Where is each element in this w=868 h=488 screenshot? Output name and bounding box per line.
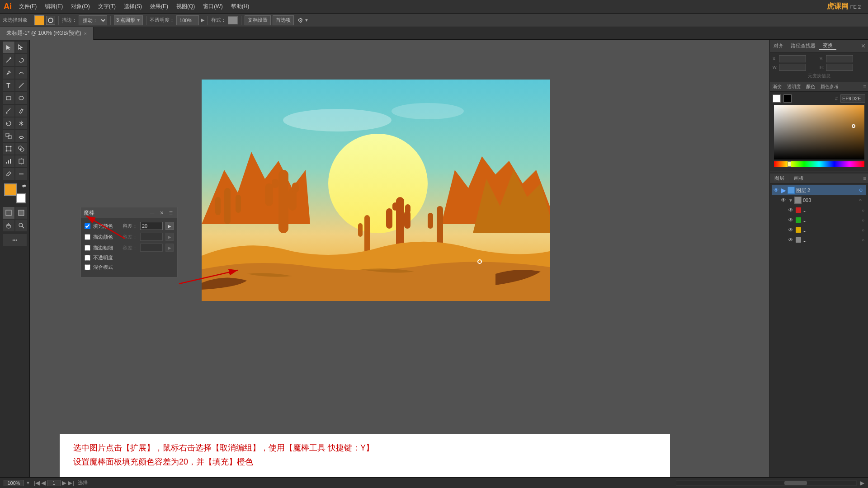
layer-gray-eye[interactable]: 👁 [788,237,794,243]
document-tab[interactable]: 未标题-1* @ 100% (RGB/预览) × [0,27,94,40]
zoom-tool[interactable] [15,220,27,231]
stroke-width-tolerance-up[interactable]: ▶ [165,244,174,252]
eyedropper-tool[interactable] [3,168,14,180]
layers-tab[interactable]: 图层 [770,174,789,183]
lasso-tool[interactable] [15,54,27,66]
layers-panel-menu[interactable]: ≡ [861,174,868,183]
paintbrush-tool[interactable] [3,105,14,117]
layer-yellow-lock[interactable]: ○ [862,228,864,233]
zoom-input[interactable] [4,480,24,486]
menu-text[interactable]: 文字(T) [94,2,119,11]
shape-builder-tool[interactable] [15,143,27,155]
first-option-btn[interactable]: 首选项 [273,15,294,25]
text-tool[interactable]: T [3,80,14,91]
layer-red-eye[interactable]: 👁 [788,207,794,213]
menu-effect[interactable]: 效果(E) [146,2,172,11]
chart-tool[interactable] [3,155,14,167]
white-swatch[interactable] [773,94,781,103]
zoom-dropdown[interactable]: ▼ [26,480,30,485]
menu-file[interactable]: 文件(F) [15,2,40,11]
pencil-tool[interactable] [15,105,27,117]
magic-wand-tool[interactable] [3,54,14,66]
layer-2-row[interactable]: 👁 ▶ 图层 2 ⊙ [772,185,866,195]
artboard-tab[interactable]: 画板 [789,174,808,183]
opacity-checkbox[interactable] [85,255,90,261]
black-swatch[interactable] [783,94,792,103]
layer-green-eye[interactable]: 👁 [788,217,794,223]
menu-view[interactable]: 视图(Q) [173,2,198,11]
prev-page-btn[interactable]: ◀ [41,479,46,486]
panel-menu-btn[interactable]: ≡ [167,209,175,216]
layer-2-eye[interactable]: 👁 [774,187,780,193]
menu-window[interactable]: 窗口(W) [199,2,226,11]
doc-settings-btn[interactable]: 文档设置 [245,15,271,25]
stroke-width-checkbox[interactable] [85,245,90,251]
mirror-tool[interactable] [15,117,27,129]
w-input[interactable] [779,64,806,71]
pathfinder-tab[interactable]: 路径查找器 [787,42,819,49]
right-panel-close[interactable]: × [859,42,868,50]
menu-help[interactable]: 帮助(H) [227,2,253,11]
transparency-tab[interactable]: 透明度 [784,82,803,91]
free-transform-tool[interactable] [3,143,14,155]
edit-toolbar-btn[interactable]: ••• [3,234,27,246]
menu-object[interactable]: 对象(O) [67,2,93,11]
layer-003-row[interactable]: 👁 ▼ 003 ○ [772,195,866,205]
h-scrollbar[interactable] [676,480,857,486]
style-swatch[interactable] [228,16,238,24]
h-input[interactable] [826,64,853,71]
foreground-color[interactable] [4,183,17,196]
pen-tool[interactable] [3,67,14,79]
measure-tool[interactable] [15,168,27,180]
layer-red-row[interactable]: 👁 ... ○ [772,205,866,215]
layer-red-lock[interactable]: ○ [862,208,864,213]
select-tool[interactable] [3,42,14,53]
tab-close-btn[interactable]: × [84,31,87,36]
stroke-width-tolerance-input[interactable] [140,244,163,252]
blur-select[interactable]: 摆动： [79,15,107,25]
mask-mode-btn[interactable] [15,207,27,219]
line-tool[interactable] [15,80,27,91]
gradient-tab[interactable]: 渐变 [770,82,784,91]
fill-tolerance-input[interactable] [140,222,163,230]
normal-mode-btn[interactable] [3,207,14,219]
stroke-tolerance-input[interactable] [140,233,163,241]
color-panel-menu[interactable]: ≡ [861,82,868,91]
first-page-btn[interactable]: |◀ [34,479,40,486]
preferences-icon[interactable]: ⚙ [297,17,303,24]
hand-tool[interactable] [3,220,14,231]
layer-2-expand[interactable]: ▶ [781,187,786,194]
stroke-icon[interactable] [46,16,55,25]
hex-color-input[interactable] [840,94,865,103]
panel-close-btn[interactable]: × [158,209,165,216]
fill-color-checkbox[interactable] [85,223,90,229]
layer-yellow-row[interactable]: 👁 ... ○ [772,225,866,235]
canvas-area[interactable]: 魔棒 ─ × ≡ 填充颜色 容差： ▶ [30,40,769,488]
hue-slider[interactable] [774,161,864,167]
fill-tolerance-up[interactable]: ▶ [165,222,174,230]
opacity-input[interactable] [176,15,199,25]
layer-2-lock[interactable]: ⊙ [859,188,864,193]
rect-tool[interactable] [3,92,14,104]
points-select[interactable]: 3 点圆形 ▼ [114,15,143,25]
ellipse-tool[interactable] [15,92,27,104]
warp-tool[interactable] [15,130,27,142]
color-picker-gradient[interactable] [774,105,864,160]
panel-minimize-btn[interactable]: ─ [148,209,156,216]
menu-edit[interactable]: 编辑(E) [41,2,66,11]
x-input[interactable] [779,55,806,62]
layer-yellow-eye[interactable]: 👁 [788,227,794,233]
color-ref-tab[interactable]: 颜色参考 [818,82,841,91]
rotate-tool[interactable] [3,117,14,129]
layer-003-lock[interactable]: ○ [859,197,864,203]
layer-green-lock[interactable]: ○ [862,218,864,223]
scale-tool[interactable] [3,130,14,142]
next-page-btn[interactable]: ▶ [62,479,66,486]
fill-color-swatch[interactable] [34,15,44,25]
stroke-tolerance-up[interactable]: ▶ [165,233,174,241]
page-input[interactable] [47,480,61,486]
layer-gray-lock[interactable]: ○ [862,238,864,243]
direct-select-tool[interactable] [15,42,27,53]
align-tab[interactable]: 对齐 [770,42,787,49]
transform-tab[interactable]: 变换 [819,42,836,50]
